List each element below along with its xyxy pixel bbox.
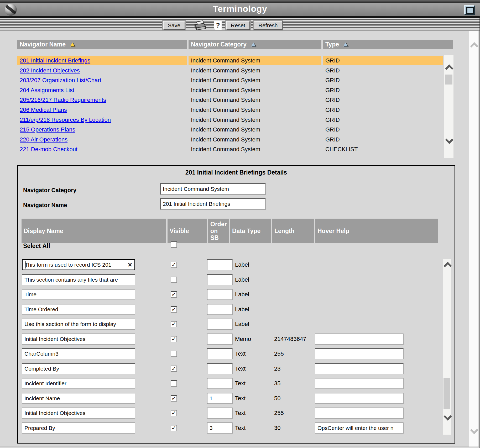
refresh-button[interactable]: Refresh: [254, 21, 283, 30]
data-type-value: Text: [235, 423, 246, 434]
nav-row-name-cell: 205/216/217 Radio Requirements: [17, 95, 187, 105]
display-name-input[interactable]: [22, 289, 135, 300]
hover-help-input[interactable]: [315, 378, 404, 389]
order-on-sb-input[interactable]: [207, 423, 233, 434]
nav-row-type-cell: GRID: [323, 66, 443, 75]
column-header-label: Navigator Name: [20, 41, 66, 48]
order-on-sb-input[interactable]: [207, 319, 233, 330]
order-on-sb-input[interactable]: [207, 259, 233, 270]
length-value: 35: [274, 378, 280, 389]
display-name-input[interactable]: [22, 378, 135, 389]
print-icon[interactable]: [193, 20, 206, 30]
column-header-navigator-name[interactable]: Navigator Name: [17, 40, 187, 49]
visible-checkbox[interactable]: ✓: [171, 291, 177, 298]
order-on-sb-input[interactable]: [207, 304, 233, 315]
nav-row-type-cell: CHECKLIST: [323, 145, 443, 154]
maximize-button[interactable]: [464, 5, 475, 15]
navigator-link[interactable]: 221 De-mob Checkout: [20, 146, 77, 152]
visible-checkbox[interactable]: [171, 351, 177, 357]
nav-row-category-cell: Incident Command System: [189, 95, 321, 105]
navigator-link[interactable]: 203/207 Organization List/Chart: [20, 77, 101, 83]
navigator-link[interactable]: 215 Operations Plans: [20, 126, 75, 133]
window-title: Terminology: [0, 4, 480, 14]
visible-checkbox[interactable]: ✓: [171, 306, 177, 313]
help-icon[interactable]: ?: [214, 21, 222, 30]
order-on-sb-input[interactable]: [207, 289, 233, 300]
visible-checkbox[interactable]: ✓: [171, 395, 177, 402]
hover-help-input[interactable]: [315, 363, 404, 374]
length-value: 50: [274, 393, 280, 404]
hover-help-input[interactable]: [315, 408, 404, 419]
nav-row-category-cell: Incident Command System: [189, 125, 321, 134]
nav-row-name-cell: 204 Assignments List: [17, 86, 187, 95]
order-on-sb-input[interactable]: [207, 408, 233, 419]
hover-help-input[interactable]: [315, 393, 404, 404]
text-caret: [25, 261, 26, 268]
navigator-name-input[interactable]: [160, 198, 266, 210]
order-on-sb-input[interactable]: [207, 378, 233, 389]
page-scrollbar-track[interactable]: [469, 31, 478, 447]
title-separator: [0, 16, 480, 18]
nav-row-category-cell: Incident Command System: [189, 76, 321, 85]
display-name-input[interactable]: [22, 274, 135, 285]
display-name-input[interactable]: [22, 334, 135, 345]
order-on-sb-input[interactable]: [207, 334, 233, 345]
order-on-sb-input[interactable]: [207, 274, 233, 285]
display-name-input[interactable]: [22, 408, 135, 419]
nav-row-name-cell: 203/207 Organization List/Chart: [17, 76, 187, 85]
display-name-input[interactable]: [22, 363, 135, 374]
column-header-navigator-category[interactable]: Navigator Category: [189, 40, 321, 49]
grid-header-order-on-sb: Order on SB: [208, 219, 229, 243]
save-button[interactable]: Save: [163, 21, 185, 30]
terminology-window: { "window": { "title": "Terminology" }, …: [0, 0, 480, 448]
navigator-link[interactable]: 211/e/p/218 Resources By Location: [20, 117, 111, 123]
reset-button[interactable]: Reset: [226, 21, 250, 30]
clear-field-icon[interactable]: ×: [127, 260, 133, 269]
hover-help-input[interactable]: [315, 334, 404, 345]
visible-checkbox[interactable]: [171, 380, 177, 387]
nav-row-type-cell: GRID: [323, 115, 443, 125]
nav-row-name-cell: 215 Operations Plans: [17, 125, 187, 134]
navigator-link[interactable]: 205/216/217 Radio Requirements: [20, 97, 106, 103]
visible-checkbox[interactable]: ✓: [171, 321, 177, 327]
grid-header-hover-help: Hover Help: [315, 219, 438, 243]
nav-row-category-cell: Incident Command System: [189, 115, 321, 125]
nav-row-category-cell: Incident Command System: [189, 105, 321, 115]
navigator-link[interactable]: 220 Air Operations: [20, 136, 67, 143]
navigator-link[interactable]: 202 Incident Objectives: [20, 67, 80, 74]
navigator-link[interactable]: 204 Assignments List: [20, 87, 74, 93]
data-type-value: Text: [235, 393, 246, 404]
hover-help-input[interactable]: [315, 423, 404, 434]
sort-ascending-icon: [70, 43, 75, 46]
nav-row-type-cell: GRID: [323, 95, 443, 105]
visible-checkbox[interactable]: ✓: [171, 410, 177, 416]
order-on-sb-input[interactable]: [207, 393, 233, 404]
data-type-value: Label: [235, 289, 249, 300]
visible-checkbox[interactable]: ✓: [171, 366, 177, 372]
details-panel: 201 Initial Incident Briefings Details N…: [17, 165, 455, 444]
display-name-input[interactable]: [22, 259, 135, 270]
visible-checkbox[interactable]: ✓: [171, 425, 177, 431]
navigator-category-label: Navigator Category: [23, 187, 76, 194]
list-scrollbar-thumb[interactable]: [445, 75, 452, 85]
display-name-input[interactable]: [22, 393, 135, 404]
display-name-input[interactable]: [22, 423, 135, 434]
display-name-input[interactable]: [22, 319, 135, 330]
visible-checkbox[interactable]: ✓: [171, 336, 177, 342]
hover-help-input[interactable]: [315, 348, 404, 359]
order-on-sb-input[interactable]: [207, 363, 233, 374]
data-type-value: Label: [235, 304, 249, 315]
navigator-link[interactable]: 206 Medical Plans: [20, 107, 67, 113]
display-name-input[interactable]: [22, 348, 135, 359]
visible-checkbox[interactable]: ✓: [171, 262, 177, 268]
order-on-sb-input[interactable]: [207, 348, 233, 359]
visible-checkbox[interactable]: [171, 277, 177, 283]
navigator-category-input[interactable]: [160, 183, 266, 195]
nav-row-name-cell: 202 Incident Objectives: [17, 66, 187, 75]
column-header-type[interactable]: Type: [323, 40, 453, 49]
details-scrollbar-thumb[interactable]: [444, 378, 450, 409]
display-name-input[interactable]: [22, 304, 135, 315]
navigator-link[interactable]: 201 Initial Incident Briefings: [20, 57, 90, 64]
nav-row-category-cell: Incident Command System: [189, 135, 321, 144]
select-all-checkbox[interactable]: [171, 241, 177, 248]
